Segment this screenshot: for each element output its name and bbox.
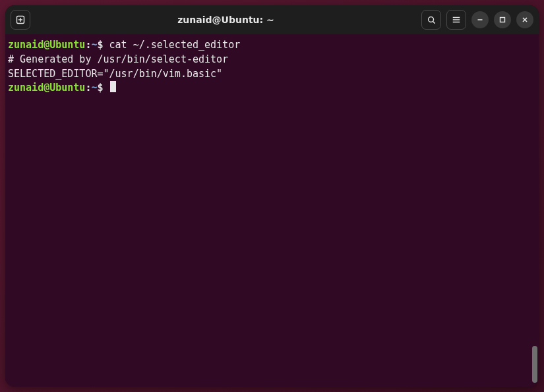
svg-line-4 <box>433 21 435 23</box>
svg-rect-9 <box>500 18 505 22</box>
close-icon <box>521 16 529 24</box>
search-icon <box>427 15 437 25</box>
minimize-button[interactable] <box>471 11 489 28</box>
prompt-symbol: $ <box>97 82 103 94</box>
search-button[interactable] <box>421 10 441 30</box>
minimize-icon <box>476 16 484 24</box>
close-button[interactable] <box>516 11 533 28</box>
desktop-background: zunaid@Ubuntu: ~ <box>0 0 544 392</box>
terminal-line-1: zunaid@Ubuntu:~$ cat ~/.selected_editor <box>8 38 536 53</box>
command-text: cat ~/.selected_editor <box>109 39 241 51</box>
prompt-user-host: zunaid@Ubuntu <box>8 39 85 51</box>
new-tab-icon <box>15 14 26 25</box>
terminal-line-prompt: zunaid@Ubuntu:~$ <box>8 81 536 96</box>
maximize-button[interactable] <box>494 11 511 28</box>
menu-button[interactable] <box>446 10 466 30</box>
new-tab-button[interactable] <box>11 10 30 30</box>
terminal-window: zunaid@Ubuntu: ~ <box>5 5 539 387</box>
terminal-body[interactable]: zunaid@Ubuntu:~$ cat ~/.selected_editor … <box>5 34 539 387</box>
prompt-symbol: $ <box>97 39 103 51</box>
hamburger-icon <box>452 15 461 24</box>
terminal-cursor <box>110 81 116 92</box>
titlebar: zunaid@Ubuntu: ~ <box>5 5 539 34</box>
scrollbar-thumb[interactable] <box>532 346 537 383</box>
prompt-user-host: zunaid@Ubuntu <box>8 82 85 94</box>
output-line-1: # Generated by /usr/bin/select-editor <box>8 53 536 67</box>
maximize-icon <box>499 16 506 24</box>
svg-point-3 <box>428 16 433 22</box>
window-title: zunaid@Ubuntu: ~ <box>34 14 417 25</box>
output-line-2: SELECTED_EDITOR="/usr/bin/vim.basic" <box>8 67 536 82</box>
